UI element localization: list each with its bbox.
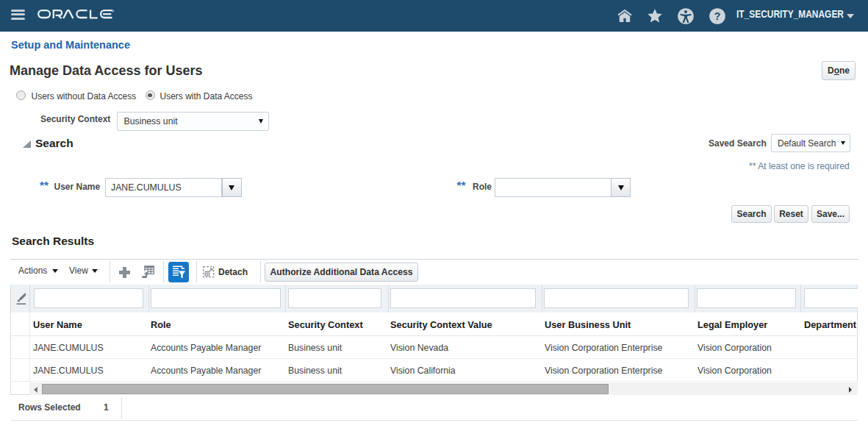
svg-text:?: ? <box>714 10 721 22</box>
